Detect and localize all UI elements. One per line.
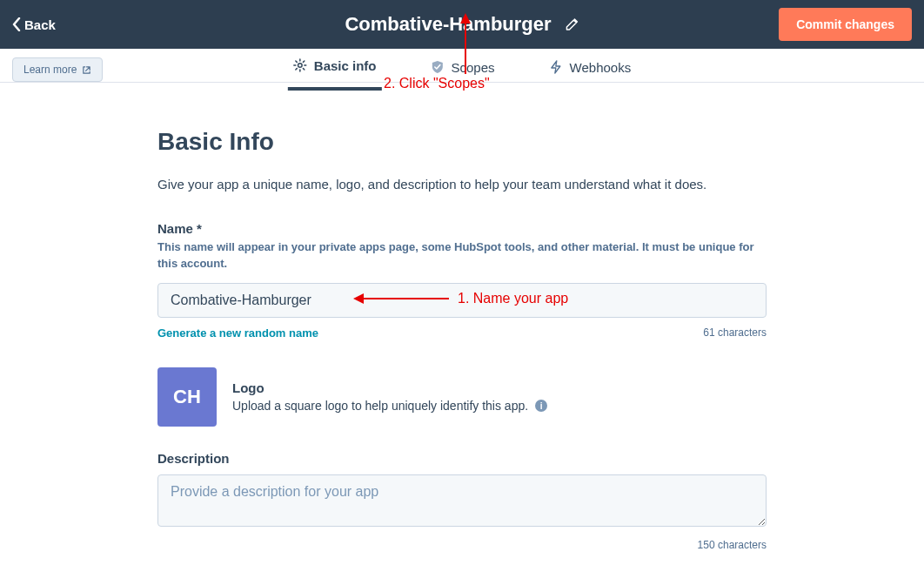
tab-label: Webhooks bbox=[570, 60, 632, 75]
tab-label: Scopes bbox=[452, 60, 495, 75]
logo-label: Logo bbox=[232, 380, 547, 395]
logo-description: Upload a square logo to help uniquely id… bbox=[232, 399, 528, 413]
description-input[interactable] bbox=[157, 474, 767, 527]
name-help-text: This name will appear in your private ap… bbox=[157, 239, 767, 272]
learn-more-button[interactable]: Learn more bbox=[12, 57, 103, 82]
logo-avatar[interactable]: CH bbox=[157, 367, 217, 427]
gear-icon bbox=[293, 58, 307, 72]
commit-changes-button[interactable]: Commit changes bbox=[779, 8, 912, 41]
shield-check-icon bbox=[431, 60, 445, 74]
name-char-count: 61 characters bbox=[703, 326, 767, 340]
lightning-icon bbox=[549, 60, 563, 74]
page-title: Combative-Hamburger bbox=[345, 13, 551, 36]
external-link-icon bbox=[82, 65, 91, 75]
chevron-left-icon bbox=[12, 17, 21, 31]
section-title: Basic Info bbox=[157, 128, 767, 156]
description-label: Description bbox=[157, 451, 767, 466]
description-char-count: 150 characters bbox=[698, 539, 767, 551]
svg-point-0 bbox=[298, 64, 303, 68]
back-button[interactable]: Back bbox=[12, 17, 56, 32]
section-description: Give your app a unique name, logo, and d… bbox=[157, 177, 767, 192]
name-label: Name * bbox=[157, 221, 767, 236]
name-input[interactable] bbox=[157, 283, 767, 318]
learn-more-label: Learn more bbox=[23, 64, 77, 76]
info-icon[interactable]: i bbox=[535, 400, 547, 412]
generate-random-name-link[interactable]: Generate a new random name bbox=[157, 326, 318, 340]
tab-label: Basic info bbox=[314, 58, 377, 73]
back-label: Back bbox=[24, 17, 56, 32]
pencil-icon[interactable] bbox=[566, 17, 579, 31]
